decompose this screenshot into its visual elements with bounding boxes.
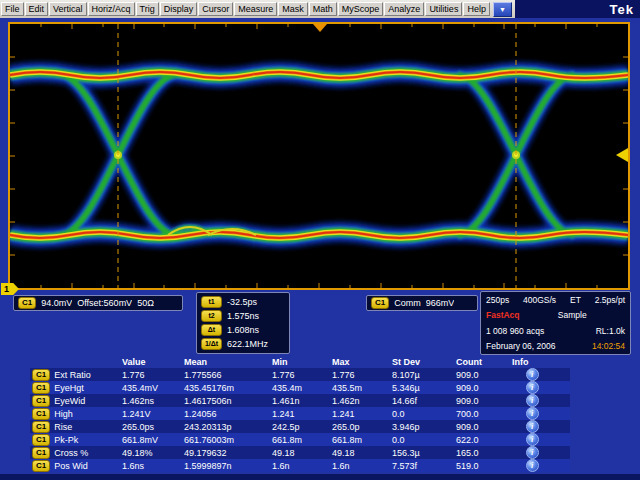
stdev-cell: 7.573f	[392, 461, 456, 471]
tek-logo: Tek	[610, 2, 634, 17]
stdev-cell: 8.107µ	[392, 370, 456, 380]
menu-trig[interactable]: Trig	[136, 2, 159, 16]
menu-edit[interactable]: Edit	[25, 2, 49, 16]
date-label: February 06, 2006	[486, 341, 555, 351]
header-info: Info	[512, 357, 552, 367]
comm-label: Comm	[394, 298, 421, 308]
menu-cursor[interactable]: Cursor	[198, 2, 233, 16]
et-label: ET	[570, 295, 581, 305]
menu-help[interactable]: Help	[463, 2, 490, 16]
channel1-scale: 94.0mV	[41, 298, 72, 308]
mean-cell: 243.20313p	[184, 422, 272, 432]
trigger-position-marker[interactable]	[313, 24, 327, 32]
menu-measure[interactable]: Measure	[234, 2, 277, 16]
min-cell: 1.776	[272, 370, 332, 380]
chevron-down-icon: ▼	[499, 6, 506, 13]
measurement-name: Rise	[54, 422, 72, 432]
channel-badge: C1	[32, 434, 50, 446]
menu-analyze[interactable]: Analyze	[384, 2, 424, 16]
measurement-name: High	[54, 409, 73, 419]
info-icon[interactable]: i	[526, 420, 539, 433]
value-cell: 1.6ns	[122, 461, 184, 471]
cursor-delta-value: 1.608ns	[227, 325, 259, 335]
min-cell: 1.241	[272, 409, 332, 419]
cursor-t2-value: 1.575ns	[227, 311, 259, 321]
measurement-name: Pos Wid	[54, 461, 88, 471]
record-length: RL:1.0k	[596, 326, 625, 336]
header-min: Min	[272, 357, 332, 367]
comm-value: 966mV	[426, 298, 455, 308]
table-row: C1High 1.241V 1.24056 1.241 1.241 0.0 70…	[30, 407, 570, 420]
cursor-delta-badge: Δt	[201, 324, 222, 336]
menu-myscope[interactable]: MyScope	[338, 2, 384, 16]
eye-halo-layer	[10, 72, 628, 238]
info-icon[interactable]: i	[526, 368, 539, 381]
mean-cell: 49.179632	[184, 448, 272, 458]
channel1-comm-readout: C1 Comm 966mV	[366, 295, 478, 311]
menu-vertical[interactable]: Vertical	[49, 2, 87, 16]
channel-badge: C1	[32, 369, 50, 381]
eye-hot-layer	[10, 72, 628, 238]
max-cell: 1.462n	[332, 396, 392, 406]
measurement-name: Pk-Pk	[54, 435, 78, 445]
channel-badge: C1	[32, 395, 50, 407]
timebase-value: 250ps	[486, 295, 509, 305]
menu-display[interactable]: Display	[160, 2, 198, 16]
cursor-freq-row: 1/Δt 622.1MHz	[201, 338, 285, 350]
channel1-offset: Offset:560mV	[77, 298, 132, 308]
info-icon[interactable]: i	[526, 446, 539, 459]
sampling-mode-label: Sample	[558, 310, 587, 320]
channel-badge: C1	[32, 408, 50, 420]
header-count: Count	[456, 357, 512, 367]
trigger-level-arrow[interactable]	[616, 148, 628, 162]
table-row: C1Pos Wid 1.6ns 1.5999897n 1.6n 1.6n 7.5…	[30, 459, 570, 472]
time-label: 14:02:54	[592, 341, 625, 351]
info-icon[interactable]: i	[526, 459, 539, 472]
max-cell: 1.241	[332, 409, 392, 419]
acq-count-line: 1 008 960 acqs RL:1.0k	[486, 326, 625, 336]
channel-badge: C1	[32, 421, 50, 433]
table-row: C1Cross % 49.18% 49.179632 49.18 49.18 1…	[30, 446, 570, 459]
header-mean: Mean	[184, 357, 272, 367]
table-body: C1Ext Ratio 1.776 1.775566 1.776 1.776 8…	[30, 368, 570, 472]
cursor-t1-badge: t1	[201, 296, 222, 308]
info-icon[interactable]: i	[526, 381, 539, 394]
menu-bar: File Edit Vertical Horiz/Acq Trig Displa…	[0, 0, 640, 18]
measurement-name: EyeWid	[54, 396, 85, 406]
table-row: C1EyeHgt 435.4mV 435.45176m 435.4m 435.5…	[30, 381, 570, 394]
menu-utilities[interactable]: Utilities	[425, 2, 462, 16]
info-icon[interactable]: i	[526, 433, 539, 446]
max-cell: 49.18	[332, 448, 392, 458]
cursor-t2-badge: t2	[201, 310, 222, 322]
menubar-right-panel: Tek	[515, 0, 640, 18]
channel-badge: C1	[371, 297, 389, 309]
mean-cell: 435.45176m	[184, 383, 272, 393]
stdev-cell: 0.0	[392, 409, 456, 419]
info-icon[interactable]: i	[526, 394, 539, 407]
timebase-line: 250ps 400GS/s ET 2.5ps/pt	[486, 295, 625, 305]
menu-file[interactable]: File	[1, 2, 24, 16]
table-row: C1EyeWid 1.462ns 1.4617506n 1.461n 1.462…	[30, 394, 570, 407]
menu-dropdown-button[interactable]: ▼	[493, 2, 512, 17]
cursor-readout-panel: t1 -32.5ps t2 1.575ns Δt 1.608ns 1/Δt 62…	[196, 292, 290, 354]
channel1-impedance: 50Ω	[137, 298, 154, 308]
mean-cell: 661.76003m	[184, 435, 272, 445]
measurement-table: Value Mean Min Max St Dev Count Info C1E…	[30, 355, 570, 472]
count-cell: 909.0	[456, 383, 512, 393]
measurement-name: EyeHgt	[54, 383, 84, 393]
menu-math[interactable]: Math	[309, 2, 337, 16]
menu-mask[interactable]: Mask	[278, 2, 308, 16]
datetime-line: February 06, 2006 14:02:54	[486, 341, 625, 351]
channel-badge: C1	[18, 297, 36, 309]
mean-cell: 1.775566	[184, 370, 272, 380]
count-cell: 909.0	[456, 422, 512, 432]
fastacq-label: FastAcq	[486, 310, 520, 320]
measurement-name: Ext Ratio	[54, 370, 91, 380]
stdev-cell: 14.66f	[392, 396, 456, 406]
info-icon[interactable]: i	[526, 407, 539, 420]
count-cell: 622.0	[456, 435, 512, 445]
menu-horiz-acq[interactable]: Horiz/Acq	[88, 2, 135, 16]
channel-badge: C1	[32, 382, 50, 394]
max-cell: 1.776	[332, 370, 392, 380]
max-cell: 661.8m	[332, 435, 392, 445]
